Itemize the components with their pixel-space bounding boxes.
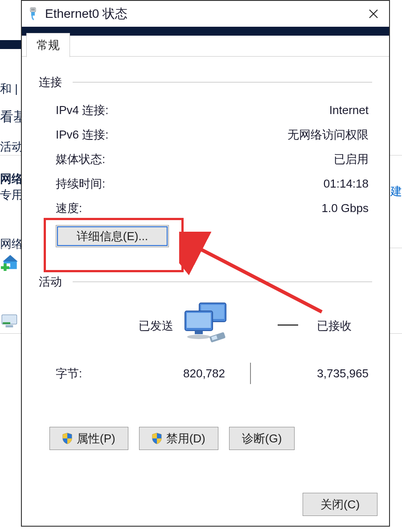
- network-computers-icon: [179, 302, 232, 347]
- svg-rect-9: [32, 8, 33, 11]
- svg-rect-17: [187, 313, 211, 328]
- titlebar: Ethernet0 状态: [22, 1, 389, 27]
- dialog-body: 连接 IPv4 连接: Internet IPv6 连接: 无网络访问权限 媒体…: [22, 57, 389, 450]
- tab-strip: 常规: [22, 36, 389, 57]
- uac-shield-icon: [152, 433, 162, 444]
- button-label: 诊断(G): [242, 431, 282, 446]
- row-label: 持续时间:: [56, 176, 105, 192]
- row-duration: 持续时间: 01:14:18: [39, 176, 372, 192]
- row-label: 速度:: [56, 201, 82, 216]
- vertical-divider: [250, 363, 251, 384]
- section-activity-header: 活动: [39, 274, 372, 290]
- svg-rect-4: [4, 263, 6, 271]
- section-rule: [73, 282, 372, 282]
- bg-text-fragment: 专用: [0, 187, 23, 203]
- network-house-icon: [1, 252, 20, 271]
- button-label: 禁用(D): [166, 431, 205, 446]
- properties-button[interactable]: 属性(P): [49, 427, 128, 450]
- tab-label: 常规: [37, 37, 60, 53]
- window-close-button[interactable]: [361, 4, 386, 24]
- button-label: 详细信息(E)...: [77, 229, 148, 243]
- row-value: 1.0 Gbps: [321, 201, 369, 215]
- titlebar-separator: [22, 27, 389, 36]
- bg-dark-strip: [0, 40, 21, 49]
- bytes-received-value: 3,735,965: [276, 367, 369, 381]
- received-label: 已接收: [317, 318, 352, 334]
- svg-rect-7: [3, 322, 10, 324]
- svg-marker-1: [3, 255, 18, 262]
- bytes-label: 字节:: [56, 366, 149, 381]
- activity-visual: 已发送 已接收: [39, 302, 372, 351]
- bg-text-fragment: 网络: [0, 171, 23, 187]
- section-connection-header: 连接: [39, 74, 372, 90]
- row-value: 已启用: [334, 151, 369, 167]
- disable-button[interactable]: 禁用(D): [139, 427, 218, 450]
- dash-icon: [278, 324, 298, 326]
- row-label: 媒体状态:: [56, 151, 105, 167]
- details-button[interactable]: 详细信息(E)...: [56, 225, 169, 247]
- computer-icon: [1, 311, 20, 330]
- bg-text-fragment: 和 |: [0, 81, 18, 97]
- bg-text-fragment: 网络: [0, 236, 23, 252]
- ethernet-status-dialog: Ethernet0 状态 常规 连接 IPv4 连接:: [21, 0, 390, 527]
- tab-general[interactable]: 常规: [26, 33, 70, 57]
- bytes-sent-value: 820,782: [149, 367, 225, 381]
- svg-rect-8: [30, 8, 36, 12]
- close-icon: [369, 9, 378, 19]
- sent-label: 已发送: [139, 318, 173, 334]
- svg-rect-18: [195, 331, 203, 334]
- row-value: Internet: [329, 103, 369, 117]
- button-label: 关闭(C): [320, 497, 360, 512]
- dialog-title: Ethernet0 状态: [45, 5, 127, 22]
- diagnose-button[interactable]: 诊断(G): [229, 427, 295, 450]
- row-value: 无网络访问权限: [287, 127, 369, 143]
- row-speed: 速度: 1.0 Gbps: [39, 201, 372, 216]
- row-value: 01:14:18: [324, 177, 369, 191]
- bg-text-fragment: 活动: [0, 139, 23, 155]
- row-label: IPv4 连接:: [56, 102, 108, 118]
- action-button-row: 属性(P) 禁用(D) 诊断(G): [39, 427, 372, 450]
- row-label: IPv6 连接:: [56, 127, 108, 143]
- svg-point-19: [187, 335, 210, 339]
- row-ipv4: IPv4 连接: Internet: [39, 102, 372, 118]
- svg-rect-6: [6, 325, 13, 327]
- section-label: 连接: [39, 74, 62, 90]
- ethernet-adapter-icon: [28, 7, 38, 20]
- section-label: 活动: [39, 274, 62, 290]
- bytes-row: 字节: 820,782 3,735,965: [39, 363, 372, 384]
- dialog-footer: 关闭(C): [303, 493, 377, 516]
- row-media-state: 媒体状态: 已启用: [39, 151, 372, 167]
- svg-rect-10: [33, 8, 34, 11]
- button-label: 属性(P): [77, 431, 115, 446]
- section-rule: [73, 82, 372, 82]
- close-button[interactable]: 关闭(C): [303, 493, 377, 516]
- row-ipv6: IPv6 连接: 无网络访问权限: [39, 127, 372, 143]
- uac-shield-icon: [62, 433, 72, 444]
- svg-rect-11: [31, 12, 35, 16]
